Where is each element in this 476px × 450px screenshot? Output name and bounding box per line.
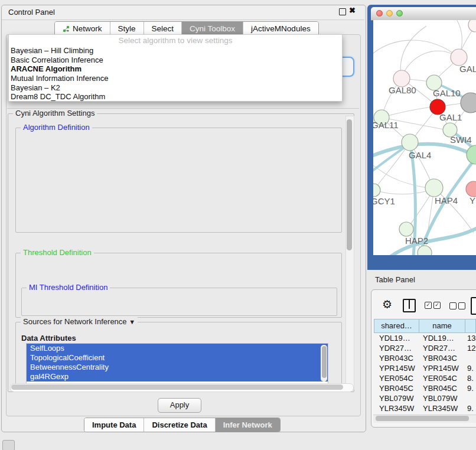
tab-infer-network[interactable]: Infer Network xyxy=(216,418,280,432)
algorithm-definition-group: Algorithm Definition xyxy=(15,128,342,233)
data-attributes-listbox: SelfLoops TopologicalCoefficient Between… xyxy=(26,343,328,384)
table-row[interactable]: YLR345W YLR345W 9. xyxy=(374,403,476,413)
network-node-hap4[interactable] xyxy=(425,179,443,197)
algorithm-popup-list: Select algorithm to view settings Bayesi… xyxy=(8,34,343,102)
column-header-shared-name[interactable]: shared… xyxy=(374,319,419,333)
tab-impute-data[interactable]: Impute Data xyxy=(84,418,144,432)
network-node-hap2[interactable] xyxy=(399,222,413,236)
algorithm-item[interactable]: Mutual Information Inference xyxy=(9,74,342,83)
algorithm-definition-title: Algorithm Definition xyxy=(21,123,92,132)
desktop: Control Panel ✖ Network Style Select Cyn… xyxy=(0,0,476,450)
network-node-gray[interactable] xyxy=(461,93,476,113)
close-traffic-light-icon[interactable] xyxy=(376,10,383,17)
tab-network[interactable]: Network xyxy=(55,22,110,35)
node-label: GAL xyxy=(459,64,476,74)
node-label: Y xyxy=(470,195,475,206)
minimize-traffic-light-icon[interactable] xyxy=(386,10,393,17)
network-canvas[interactable]: GAL GAL80 GAL10 GAL1 GAL11 SWI4 GAL4 GCY… xyxy=(373,20,476,255)
settings-hscrollbar-thumb[interactable] xyxy=(11,384,343,390)
control-panel-titlebar xyxy=(2,5,364,20)
attribute-item[interactable]: BetweennessCentrality xyxy=(27,363,328,372)
attributes-scrollbar-thumb[interactable] xyxy=(322,346,327,378)
threshold-definition-title: Threshold Definition xyxy=(21,248,94,257)
node-label: GAL4 xyxy=(409,150,431,160)
tab-style[interactable]: Style xyxy=(110,22,144,35)
node-label: GCY1 xyxy=(373,196,395,206)
attribute-item[interactable]: gal4RGexp xyxy=(27,372,328,381)
attributes-scrollbar[interactable] xyxy=(321,345,327,381)
column-header-cut[interactable] xyxy=(465,319,476,333)
table-body: YDL19… YDL19… 13 YDR27… YDR27… 12 YBR043… xyxy=(374,333,476,415)
network-node-gal4[interactable] xyxy=(402,134,418,151)
select-all-checkboxes-icon[interactable]: ✓✓ xyxy=(425,302,441,309)
network-node-gal-partial[interactable] xyxy=(451,49,467,66)
network-node-green[interactable] xyxy=(467,145,476,164)
algorithm-item[interactable]: Bayesian – Hill Climbing xyxy=(9,46,342,56)
network-node-pink[interactable] xyxy=(466,181,476,197)
document-icon[interactable] xyxy=(471,297,476,315)
attribute-item[interactable]: TopologicalCoefficient xyxy=(27,353,328,363)
network-node-gcy1[interactable] xyxy=(373,184,380,197)
node-label: HAP4 xyxy=(435,195,458,206)
table-row[interactable]: YDR27… YDR27… 12 xyxy=(374,343,476,353)
tab-jactivemnodules[interactable]: jActiveMNodules xyxy=(243,22,318,35)
node-label: GAL10 xyxy=(433,88,461,98)
control-panel-title: Control Panel xyxy=(8,8,55,17)
table-header-row: shared… name xyxy=(374,319,476,333)
settings-scrollbar-thumb[interactable] xyxy=(347,119,352,250)
table-row[interactable]: YDL19… YDL19… 13 xyxy=(374,333,476,343)
table-panel-title: Table Panel xyxy=(375,275,415,284)
column-header-name[interactable]: name xyxy=(419,319,465,333)
mi-threshold-definition-group: MI Threshold Definition xyxy=(21,288,337,316)
close-icon[interactable]: ✖ xyxy=(349,6,356,15)
attribute-item[interactable]: SelfLoops xyxy=(27,344,328,353)
data-attributes-label: Data Attributes xyxy=(21,334,76,343)
deselect-all-checkboxes-icon[interactable] xyxy=(449,302,465,309)
settings-group-title: Cyni Algorithm Settings xyxy=(13,109,97,118)
table-hscrollbar-thumb[interactable] xyxy=(376,416,469,421)
node-label: GAL11 xyxy=(373,120,399,130)
zoom-traffic-light-icon[interactable] xyxy=(396,10,403,17)
algorithm-item[interactable]: Bayesian – K2 xyxy=(9,83,342,93)
split-panel-icon[interactable] xyxy=(403,299,416,312)
table-row[interactable]: YBR043C YBR043C xyxy=(374,353,476,363)
sources-group-title: Sources for Network Inference ▼ xyxy=(21,317,138,326)
algorithm-item[interactable]: Basic Correlation Inference xyxy=(9,56,342,65)
apply-button[interactable]: Apply xyxy=(158,398,201,413)
algorithm-popup-hint: Select algorithm to view settings xyxy=(9,36,342,46)
collapse-down-icon: ▼ xyxy=(129,318,135,325)
table-row[interactable]: YBR045C YBR045C 9. xyxy=(374,383,476,393)
table-row[interactable]: YER054C YER054C 8. xyxy=(374,373,476,383)
collapsed-panel-button[interactable] xyxy=(2,440,15,450)
gear-icon[interactable]: ⚙ xyxy=(382,298,392,311)
network-node-unlabeled[interactable] xyxy=(468,20,476,32)
node-label: GAL80 xyxy=(389,85,416,95)
table-row[interactable]: YBL079W YBL079W xyxy=(374,393,476,403)
bottom-tabstrip: Impute Data Discretize Data Infer Networ… xyxy=(84,418,281,432)
tab-network-label: Network xyxy=(73,24,102,33)
node-label: SWI4 xyxy=(450,135,472,145)
float-window-icon[interactable] xyxy=(339,8,346,15)
algorithm-item[interactable]: Dream8 DC_TDC Algorithm xyxy=(9,92,342,102)
tab-discretize-data[interactable]: Discretize Data xyxy=(144,418,215,432)
table-row[interactable]: YPR145W YPR145W 9. xyxy=(374,363,476,373)
node-label: GAL1 xyxy=(439,112,462,122)
network-node-gal80[interactable] xyxy=(393,70,410,87)
mi-threshold-definition-title: MI Threshold Definition xyxy=(27,283,110,292)
tab-cyni-toolbox[interactable]: Cyni Toolbox xyxy=(182,22,243,35)
network-tab-icon xyxy=(63,25,70,32)
algorithm-item-selected[interactable]: ARACNE Algorithm xyxy=(9,64,342,74)
node-label: HAP2 xyxy=(405,236,428,246)
tab-select[interactable]: Select xyxy=(144,22,182,35)
